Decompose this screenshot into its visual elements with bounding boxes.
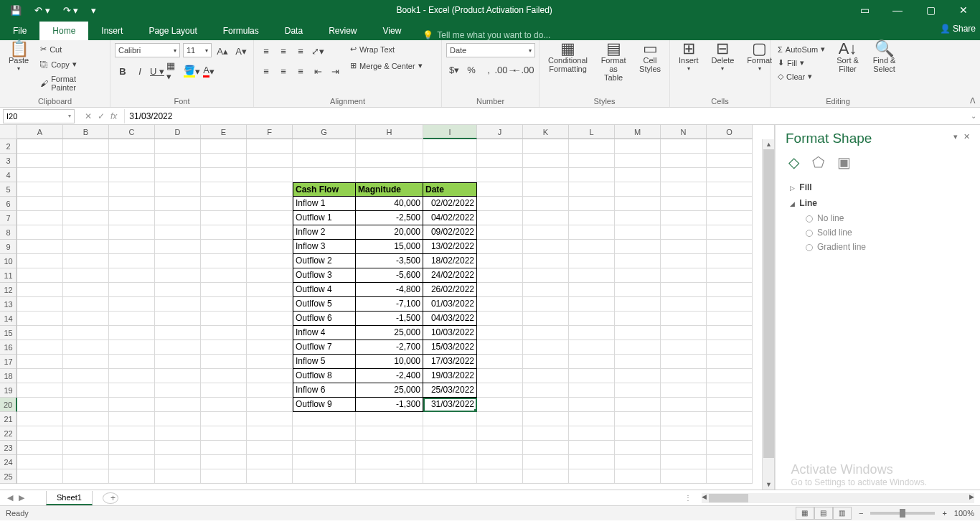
vertical-scrollbar[interactable]: ▲ ▼	[762, 139, 774, 490]
align-middle-icon[interactable]: ≡	[275, 43, 291, 59]
row-header-15[interactable]: 15	[0, 326, 17, 340]
cell-J22[interactable]	[477, 426, 523, 441]
row-header-23[interactable]: 23	[0, 441, 17, 455]
cell-K7[interactable]	[523, 211, 569, 225]
cell-K2[interactable]	[523, 139, 569, 154]
cell-K11[interactable]	[523, 268, 569, 283]
cell-G25[interactable]	[293, 469, 356, 484]
cell-G2[interactable]	[293, 139, 356, 154]
cell-B7[interactable]	[63, 211, 109, 225]
cell-G12[interactable]: Outflow 4	[293, 283, 356, 297]
col-header-C[interactable]: C	[109, 125, 155, 139]
cell-M17[interactable]	[615, 355, 661, 369]
cell-M6[interactable]	[615, 197, 661, 211]
cell-C18[interactable]	[109, 369, 155, 383]
undo-icon[interactable]: ↶ ▾	[30, 4, 55, 17]
horizontal-scrollbar[interactable]: ◀ ▶	[702, 493, 974, 503]
cell-L18[interactable]	[569, 369, 615, 383]
cell-K22[interactable]	[523, 426, 569, 441]
cell-F24[interactable]	[247, 455, 293, 469]
cell-G13[interactable]: Outlfow 5	[293, 297, 356, 312]
fx-icon[interactable]: fx	[110, 111, 117, 121]
cell-L7[interactable]	[569, 211, 615, 225]
cell-C11[interactable]	[109, 268, 155, 283]
cell-I2[interactable]	[423, 139, 477, 154]
cell-K19[interactable]	[523, 383, 569, 398]
cell-G23[interactable]	[293, 441, 356, 455]
delete-cells-button[interactable]: ⊟Delete▾	[707, 43, 739, 75]
sheet-next-icon[interactable]: ▶	[19, 493, 24, 502]
cell-F17[interactable]	[247, 355, 293, 369]
cell-D19[interactable]	[155, 383, 201, 398]
copy-button[interactable]: ⿻Copy ▾	[37, 58, 105, 70]
hscroll-thumb[interactable]	[709, 494, 748, 502]
name-box[interactable]: I20▾	[3, 109, 75, 123]
cell-F4[interactable]	[247, 168, 293, 182]
cell-K20[interactable]	[523, 398, 569, 412]
cell-I23[interactable]	[423, 441, 477, 455]
cell-H17[interactable]: 10,000	[356, 355, 423, 369]
cell-G5[interactable]: Cash Flow	[293, 182, 356, 197]
cell-E13[interactable]	[201, 297, 247, 312]
cell-B13[interactable]	[63, 297, 109, 312]
cell-C3[interactable]	[109, 154, 155, 168]
col-header-D[interactable]: D	[155, 125, 201, 139]
cell-I13[interactable]: 01/03/2022	[423, 297, 477, 312]
cell-O12[interactable]	[707, 283, 753, 297]
cell-B25[interactable]	[63, 469, 109, 484]
cell-F22[interactable]	[247, 426, 293, 441]
page-break-view-button[interactable]: ▥	[833, 507, 852, 520]
minimize-icon[interactable]: —	[881, 0, 914, 20]
tab-page-layout[interactable]: Page Layout	[136, 22, 209, 40]
wrap-text-button[interactable]: ↩Wrap Text	[347, 43, 425, 55]
row-header-21[interactable]: 21	[0, 412, 17, 426]
cell-N10[interactable]	[661, 254, 707, 268]
cell-M22[interactable]	[615, 426, 661, 441]
insert-cells-button[interactable]: ⊞Insert▾	[674, 43, 703, 75]
cell-B8[interactable]	[63, 225, 109, 240]
cell-B4[interactable]	[63, 168, 109, 182]
cell-E8[interactable]	[201, 225, 247, 240]
cell-L25[interactable]	[569, 469, 615, 484]
cell-O21[interactable]	[707, 412, 753, 426]
cell-E18[interactable]	[201, 369, 247, 383]
cell-H16[interactable]: -2,700	[356, 340, 423, 355]
cell-N25[interactable]	[661, 469, 707, 484]
cell-L2[interactable]	[569, 139, 615, 154]
cell-A19[interactable]	[17, 383, 63, 398]
cell-N11[interactable]	[661, 268, 707, 283]
close-icon[interactable]: ✕	[947, 0, 980, 20]
cell-N14[interactable]	[661, 312, 707, 326]
cell-K4[interactable]	[523, 168, 569, 182]
cell-C10[interactable]	[109, 254, 155, 268]
tab-formulas[interactable]: Formulas	[210, 22, 272, 40]
redo-icon[interactable]: ↷ ▾	[59, 4, 83, 17]
cell-F5[interactable]	[247, 182, 293, 197]
cell-F25[interactable]	[247, 469, 293, 484]
row-header-14[interactable]: 14	[0, 312, 17, 326]
cell-I17[interactable]: 17/03/2022	[423, 355, 477, 369]
row-header-9[interactable]: 9	[0, 240, 17, 254]
no-line-radio[interactable]: No line	[806, 211, 970, 225]
cell-J17[interactable]	[477, 355, 523, 369]
row-header-16[interactable]: 16	[0, 340, 17, 355]
cell-I15[interactable]: 10/03/2022	[423, 326, 477, 340]
cell-D17[interactable]	[155, 355, 201, 369]
cell-B5[interactable]	[63, 182, 109, 197]
find-select-button[interactable]: 🔍Find & Select	[867, 43, 901, 75]
cell-K16[interactable]	[523, 340, 569, 355]
cell-E9[interactable]	[201, 240, 247, 254]
cell-K8[interactable]	[523, 225, 569, 240]
cell-A5[interactable]	[17, 182, 63, 197]
cell-B12[interactable]	[63, 283, 109, 297]
cell-L21[interactable]	[569, 412, 615, 426]
row-header-22[interactable]: 22	[0, 426, 17, 441]
cell-H6[interactable]: 40,000	[356, 197, 423, 211]
cell-L16[interactable]	[569, 340, 615, 355]
cell-A23[interactable]	[17, 441, 63, 455]
cell-M20[interactable]	[615, 398, 661, 412]
cell-E5[interactable]	[201, 182, 247, 197]
cell-A18[interactable]	[17, 369, 63, 383]
cell-I20[interactable]: 31/03/2022	[423, 398, 477, 412]
cell-N22[interactable]	[661, 426, 707, 441]
